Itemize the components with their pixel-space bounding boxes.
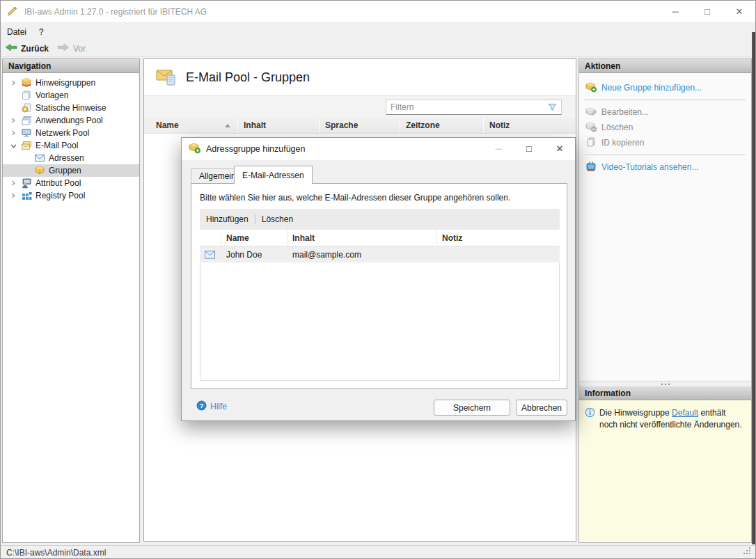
action-edit[interactable]: Bearbeiten... xyxy=(579,104,751,120)
chevron-right-icon[interactable] xyxy=(8,130,18,136)
row-name: John Doe xyxy=(221,250,288,260)
status-bar: C:\IBI-aws\Admin\Data.xml xyxy=(1,545,755,559)
forward-button[interactable]: Vor xyxy=(53,40,90,56)
dialog-instruction: Bitte wählen Sie hier aus, welche E-Mail… xyxy=(200,193,510,203)
status-file-path: C:\IBI-aws\Admin\Data.xml xyxy=(6,548,106,558)
delete-icon xyxy=(585,121,597,134)
sidebar-item-anwendungs-pool[interactable]: Anwendungs Pool xyxy=(3,114,139,127)
app-window: IBI-aws Admin 1.27.0 - registriert für I… xyxy=(0,0,756,559)
sidebar-item-email-pool[interactable]: E-Mail Pool xyxy=(3,139,139,152)
column-header-sprache[interactable]: Sprache xyxy=(320,118,400,133)
action-copy-id[interactable]: ID kopieren xyxy=(579,135,751,150)
sidebar-item-label: Anwendungs Pool xyxy=(36,116,103,125)
window-edge-shadow xyxy=(752,32,756,544)
dialog-title-bar: Adressgruppe hinzufügen ─ □ ✕ xyxy=(182,138,575,160)
email-pool-icon xyxy=(21,140,33,151)
sidebar-item-adressen[interactable]: Adressen xyxy=(3,152,139,164)
forward-arrow-icon xyxy=(57,42,70,54)
navigation-tree: Hinweisgruppen Vorlagen Statische Hinwei… xyxy=(3,73,139,202)
page-title: E-Mail Pool - Gruppen xyxy=(186,70,310,85)
templates-icon xyxy=(21,90,33,101)
window-title: IBI-aws Admin 1.27.0 - registriert für I… xyxy=(24,7,207,17)
column-header-name[interactable]: Name xyxy=(221,230,288,246)
sidebar-item-attribut-pool[interactable]: Attribut Pool xyxy=(3,177,139,189)
maximize-button[interactable]: □ xyxy=(691,1,723,22)
svg-text:?: ? xyxy=(200,402,204,409)
minimize-button[interactable]: ─ xyxy=(659,1,691,22)
row-inhalt: mail@sample.com xyxy=(288,250,437,260)
dialog-title: Adressgruppe hinzufügen xyxy=(206,144,305,154)
sidebar-item-label: Attribut Pool xyxy=(36,178,81,188)
action-video-tutorials[interactable]: Video-Tutorials ansehen... xyxy=(579,159,751,175)
envelope-icon xyxy=(200,251,221,259)
cancel-button[interactable]: Abbrechen xyxy=(516,400,567,416)
table-row[interactable]: John Doe mail@sample.com xyxy=(200,246,560,262)
sidebar-item-statische-hinweise[interactable]: Statische Hinweise xyxy=(3,102,139,114)
help-icon: ? xyxy=(196,400,207,413)
attribute-pool-icon xyxy=(21,178,33,189)
sidebar-item-registry-pool[interactable]: Registry Pool xyxy=(3,189,139,202)
column-header-notiz[interactable]: Notiz xyxy=(484,118,576,133)
video-tutorials-icon xyxy=(585,161,597,174)
column-header-icon xyxy=(200,230,221,246)
filter-band xyxy=(144,95,576,118)
column-header-notiz[interactable]: Notiz xyxy=(437,230,560,246)
help-link[interactable]: ? Hilfe xyxy=(196,400,227,413)
nav-toolbar: Zurück Vor xyxy=(1,40,755,57)
dialog-delete-button[interactable]: Löschen xyxy=(255,214,299,224)
right-panel: Aktionen Neue Gruppe hinzufügen... Bearb… xyxy=(578,58,752,543)
back-button[interactable]: Zurück xyxy=(1,40,53,56)
sidebar-item-label: Registry Pool xyxy=(36,191,85,200)
info-icon xyxy=(585,407,595,542)
close-button[interactable]: ✕ xyxy=(723,1,755,22)
chevron-right-icon[interactable] xyxy=(8,180,18,186)
chevron-right-icon[interactable] xyxy=(8,193,18,198)
tab-email-adressen[interactable]: E-Mail-Adressen xyxy=(234,166,313,184)
column-header-inhalt[interactable]: Inhalt xyxy=(238,118,320,133)
save-button[interactable]: Speichern xyxy=(434,400,510,416)
add-address-group-dialog: Adressgruppe hinzufügen ─ □ ✕ Allgemein … xyxy=(181,137,576,421)
back-arrow-icon xyxy=(5,42,17,54)
static-notes-icon xyxy=(21,102,33,113)
actions-separator xyxy=(585,155,746,155)
menu-datei[interactable]: Datei xyxy=(1,23,33,40)
dialog-maximize-button[interactable]: □ xyxy=(514,138,544,159)
sidebar-item-hinweisgruppen[interactable]: Hinweisgruppen xyxy=(3,77,139,89)
column-header-inhalt[interactable]: Inhalt xyxy=(288,230,437,246)
sidebar-item-gruppen[interactable]: Gruppen xyxy=(3,164,139,177)
chevron-right-icon[interactable] xyxy=(8,118,18,123)
addresses-icon xyxy=(34,152,46,164)
information-header: Information xyxy=(579,386,751,400)
filter-box xyxy=(386,100,562,115)
add-group-icon xyxy=(585,81,597,95)
resize-grip-icon[interactable] xyxy=(743,546,751,557)
filter-input[interactable] xyxy=(386,100,547,114)
application-pool-icon xyxy=(21,115,33,126)
column-header-name[interactable]: Name xyxy=(144,118,238,133)
navigation-header: Navigation xyxy=(3,59,139,73)
action-delete[interactable]: Löschen xyxy=(579,120,751,135)
main-table-header: Name Inhalt Sprache Zeitzone Notiz xyxy=(144,118,576,134)
dialog-close-button[interactable]: ✕ xyxy=(544,138,575,159)
sidebar-item-label: Vorlagen xyxy=(36,90,68,100)
dialog-add-button[interactable]: Hinzufügen xyxy=(200,214,255,224)
actions-body: Neue Gruppe hinzufügen... Bearbeiten... … xyxy=(579,73,751,381)
registry-pool-icon xyxy=(21,190,33,201)
menu-help[interactable]: ? xyxy=(33,23,50,40)
column-header-zeitzone[interactable]: Zeitzone xyxy=(400,118,484,133)
panel-splitter[interactable] xyxy=(579,381,751,386)
chevron-right-icon[interactable] xyxy=(8,80,18,86)
information-text: Die Hinweisgruppe Default enthält noch n… xyxy=(599,407,746,542)
sidebar-item-label: Statische Hinweise xyxy=(36,103,106,113)
chevron-down-icon[interactable] xyxy=(8,143,18,149)
information-default-link[interactable]: Default xyxy=(672,408,698,418)
actions-header: Aktionen xyxy=(579,59,751,73)
sidebar-item-netzwerk-pool[interactable]: Netzwerk Pool xyxy=(3,127,139,139)
network-pool-icon xyxy=(21,127,33,139)
action-add-group[interactable]: Neue Gruppe hinzufügen... xyxy=(579,80,751,95)
dialog-footer: ? Hilfe Speichern Abbrechen xyxy=(182,389,575,421)
filter-funnel-icon[interactable] xyxy=(547,102,558,112)
dialog-tab-content: Bitte wählen Sie hier aus, welche E-Mail… xyxy=(191,183,567,389)
sidebar-item-vorlagen[interactable]: Vorlagen xyxy=(3,89,139,102)
navigation-panel: Navigation Hinweisgruppen Vorlagen Stati… xyxy=(2,58,140,543)
